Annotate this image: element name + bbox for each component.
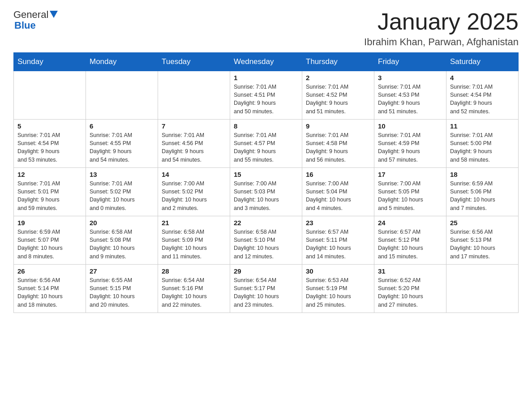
calendar-cell: 3Sunrise: 7:01 AM Sunset: 4:53 PM Daylig… (374, 71, 446, 120)
calendar-cell: 28Sunrise: 6:54 AM Sunset: 5:16 PM Dayli… (158, 265, 230, 313)
calendar-cell (158, 71, 230, 120)
calendar-week-row: 1Sunrise: 7:01 AM Sunset: 4:51 PM Daylig… (14, 71, 519, 120)
calendar-cell (86, 71, 158, 120)
location-subtitle: Ibrahim Khan, Parwan, Afghanistan (364, 36, 519, 48)
calendar-cell: 12Sunrise: 7:01 AM Sunset: 5:01 PM Dayli… (14, 168, 86, 216)
calendar-cell: 21Sunrise: 6:58 AM Sunset: 5:09 PM Dayli… (158, 216, 230, 265)
day-info: Sunrise: 7:01 AM Sunset: 4:54 PM Dayligh… (17, 131, 82, 164)
logo-general-text: General (13, 9, 48, 21)
calendar-cell (14, 71, 86, 120)
day-number: 31 (378, 267, 442, 275)
day-number: 10 (378, 122, 442, 130)
day-number: 17 (378, 171, 442, 178)
day-number: 30 (306, 267, 370, 275)
day-number: 8 (234, 122, 298, 130)
calendar-cell: 16Sunrise: 7:00 AM Sunset: 5:04 PM Dayli… (302, 168, 374, 216)
calendar-cell: 4Sunrise: 7:01 AM Sunset: 4:54 PM Daylig… (446, 71, 519, 120)
day-number: 29 (234, 267, 298, 275)
calendar-cell: 25Sunrise: 6:56 AM Sunset: 5:13 PM Dayli… (446, 216, 519, 265)
calendar-header-row: SundayMondayTuesdayWednesdayThursdayFrid… (14, 53, 519, 71)
calendar-cell: 1Sunrise: 7:01 AM Sunset: 4:51 PM Daylig… (230, 71, 302, 120)
day-info: Sunrise: 7:01 AM Sunset: 5:00 PM Dayligh… (450, 131, 515, 164)
day-number: 13 (90, 171, 154, 178)
calendar-cell: 20Sunrise: 6:58 AM Sunset: 5:08 PM Dayli… (86, 216, 158, 265)
calendar-cell: 5Sunrise: 7:01 AM Sunset: 4:54 PM Daylig… (14, 120, 86, 168)
calendar-cell (446, 265, 519, 313)
calendar-cell: 17Sunrise: 7:00 AM Sunset: 5:05 PM Dayli… (374, 168, 446, 216)
day-info: Sunrise: 7:00 AM Sunset: 5:03 PM Dayligh… (234, 180, 298, 212)
calendar-header-saturday: Saturday (446, 53, 519, 71)
calendar-cell: 9Sunrise: 7:01 AM Sunset: 4:58 PM Daylig… (302, 120, 374, 168)
calendar-cell: 22Sunrise: 6:58 AM Sunset: 5:10 PM Dayli… (230, 216, 302, 265)
calendar-header-monday: Monday (86, 53, 158, 71)
calendar-cell: 29Sunrise: 6:54 AM Sunset: 5:17 PM Dayli… (230, 265, 302, 313)
title-block: January 2025 Ibrahim Khan, Parwan, Afgha… (364, 9, 519, 48)
day-number: 11 (450, 122, 515, 130)
calendar-cell: 26Sunrise: 6:56 AM Sunset: 5:14 PM Dayli… (14, 265, 86, 313)
calendar-cell: 19Sunrise: 6:59 AM Sunset: 5:07 PM Dayli… (14, 216, 86, 265)
day-info: Sunrise: 7:00 AM Sunset: 5:05 PM Dayligh… (378, 180, 442, 212)
day-info: Sunrise: 7:01 AM Sunset: 5:02 PM Dayligh… (90, 180, 154, 212)
day-info: Sunrise: 6:54 AM Sunset: 5:17 PM Dayligh… (234, 276, 298, 309)
day-number: 16 (306, 171, 370, 178)
day-info: Sunrise: 7:01 AM Sunset: 4:51 PM Dayligh… (234, 83, 298, 116)
calendar-cell: 23Sunrise: 6:57 AM Sunset: 5:11 PM Dayli… (302, 216, 374, 265)
day-number: 15 (234, 171, 298, 178)
day-info: Sunrise: 7:01 AM Sunset: 4:55 PM Dayligh… (90, 131, 154, 164)
day-info: Sunrise: 7:01 AM Sunset: 4:53 PM Dayligh… (378, 83, 442, 116)
day-number: 3 (378, 74, 442, 81)
calendar-header-tuesday: Tuesday (158, 53, 230, 71)
day-number: 7 (162, 122, 226, 130)
day-number: 5 (17, 122, 82, 130)
calendar-cell: 31Sunrise: 6:52 AM Sunset: 5:20 PM Dayli… (374, 265, 446, 313)
day-info: Sunrise: 6:53 AM Sunset: 5:19 PM Dayligh… (306, 276, 370, 309)
day-number: 27 (90, 267, 154, 275)
page-header: General Blue January 2025 Ibrahim Khan, … (13, 9, 519, 48)
calendar-cell: 14Sunrise: 7:00 AM Sunset: 5:02 PM Dayli… (158, 168, 230, 216)
calendar-cell: 8Sunrise: 7:01 AM Sunset: 4:57 PM Daylig… (230, 120, 302, 168)
day-info: Sunrise: 7:00 AM Sunset: 5:02 PM Dayligh… (162, 180, 226, 212)
calendar-cell: 27Sunrise: 6:55 AM Sunset: 5:15 PM Dayli… (86, 265, 158, 313)
calendar-cell: 11Sunrise: 7:01 AM Sunset: 5:00 PM Dayli… (446, 120, 519, 168)
calendar-cell: 7Sunrise: 7:01 AM Sunset: 4:56 PM Daylig… (158, 120, 230, 168)
day-number: 19 (17, 219, 82, 227)
day-number: 14 (162, 171, 226, 178)
day-info: Sunrise: 7:01 AM Sunset: 4:52 PM Dayligh… (306, 83, 370, 116)
calendar-week-row: 26Sunrise: 6:56 AM Sunset: 5:14 PM Dayli… (14, 265, 519, 313)
logo: General Blue (13, 9, 58, 31)
day-info: Sunrise: 6:56 AM Sunset: 5:14 PM Dayligh… (17, 276, 82, 309)
calendar-header-wednesday: Wednesday (230, 53, 302, 71)
day-info: Sunrise: 7:01 AM Sunset: 4:58 PM Dayligh… (306, 131, 370, 164)
day-number: 2 (306, 74, 370, 81)
calendar-cell: 15Sunrise: 7:00 AM Sunset: 5:03 PM Dayli… (230, 168, 302, 216)
day-info: Sunrise: 6:57 AM Sunset: 5:11 PM Dayligh… (306, 228, 370, 261)
day-number: 1 (234, 74, 298, 81)
day-info: Sunrise: 6:55 AM Sunset: 5:15 PM Dayligh… (90, 276, 154, 309)
day-info: Sunrise: 7:00 AM Sunset: 5:04 PM Dayligh… (306, 180, 370, 212)
month-title: January 2025 (364, 9, 519, 34)
day-info: Sunrise: 7:01 AM Sunset: 4:54 PM Dayligh… (450, 83, 515, 116)
day-info: Sunrise: 7:01 AM Sunset: 4:57 PM Dayligh… (234, 131, 298, 164)
day-info: Sunrise: 7:01 AM Sunset: 4:56 PM Dayligh… (162, 131, 226, 164)
day-info: Sunrise: 7:01 AM Sunset: 5:01 PM Dayligh… (17, 180, 82, 212)
day-number: 18 (450, 171, 515, 178)
day-number: 26 (17, 267, 82, 275)
calendar-cell: 2Sunrise: 7:01 AM Sunset: 4:52 PM Daylig… (302, 71, 374, 120)
day-info: Sunrise: 6:59 AM Sunset: 5:06 PM Dayligh… (450, 180, 515, 212)
calendar-cell: 13Sunrise: 7:01 AM Sunset: 5:02 PM Dayli… (86, 168, 158, 216)
day-info: Sunrise: 7:01 AM Sunset: 4:59 PM Dayligh… (378, 131, 442, 164)
day-number: 9 (306, 122, 370, 130)
day-number: 25 (450, 219, 515, 227)
day-info: Sunrise: 6:59 AM Sunset: 5:07 PM Dayligh… (17, 228, 82, 261)
day-number: 4 (450, 74, 515, 81)
calendar-cell: 24Sunrise: 6:57 AM Sunset: 5:12 PM Dayli… (374, 216, 446, 265)
day-info: Sunrise: 6:58 AM Sunset: 5:10 PM Dayligh… (234, 228, 298, 261)
calendar-cell: 6Sunrise: 7:01 AM Sunset: 4:55 PM Daylig… (86, 120, 158, 168)
day-number: 21 (162, 219, 226, 227)
day-info: Sunrise: 6:52 AM Sunset: 5:20 PM Dayligh… (378, 276, 442, 309)
day-info: Sunrise: 6:58 AM Sunset: 5:08 PM Dayligh… (90, 228, 154, 261)
day-info: Sunrise: 6:57 AM Sunset: 5:12 PM Dayligh… (378, 228, 442, 261)
calendar-week-row: 5Sunrise: 7:01 AM Sunset: 4:54 PM Daylig… (14, 120, 519, 168)
calendar-cell: 30Sunrise: 6:53 AM Sunset: 5:19 PM Dayli… (302, 265, 374, 313)
logo-arrow-icon (50, 11, 58, 18)
